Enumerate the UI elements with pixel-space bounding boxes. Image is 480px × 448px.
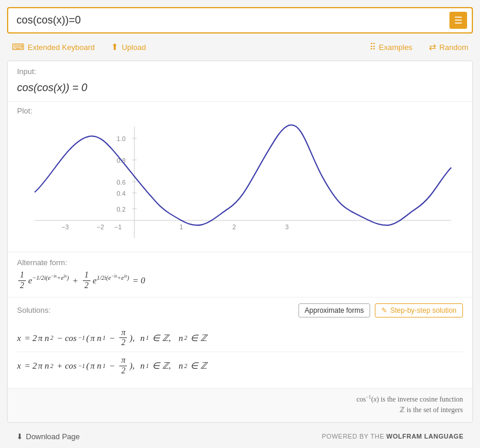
upload-button[interactable]: ⬆ Upload — [109, 41, 148, 54]
svg-text:−1: −1 — [115, 223, 122, 230]
hamburger-icon: ☰ — [454, 15, 462, 25]
solutions-section: Solutions: Approximate forms ✎ Step-by-s… — [8, 297, 472, 388]
random-button[interactable]: ⇄ Random — [427, 41, 471, 54]
examples-label: Examples — [379, 43, 412, 52]
svg-text:0.4: 0.4 — [117, 190, 126, 197]
svg-text:−3: −3 — [62, 223, 69, 230]
svg-text:0.2: 0.2 — [117, 206, 126, 213]
random-label: Random — [439, 43, 468, 52]
plot-area: 1.0 0.8 0.6 0.4 0.2 −3 −2 −1 1 2 3 — [17, 118, 463, 247]
search-input[interactable] — [13, 8, 449, 32]
solutions-buttons: Approximate forms ✎ Step-by-step solutio… — [298, 303, 463, 317]
search-bar-container: ☰ — [7, 7, 473, 34]
alternate-form-label: Alternate form: — [17, 258, 463, 267]
download-page-button[interactable]: ⬇ Download Page — [16, 432, 80, 441]
powered-by-text: POWERED BY THE — [322, 433, 384, 440]
examples-icon: ⠿ — [370, 42, 376, 52]
svg-text:1: 1 — [180, 223, 183, 230]
solution-row-1: x = 2π n2 − cos−1 ( π n1 − π 2 ), n1 ∈ ℤ… — [17, 325, 463, 353]
fraction-1: 1 2 — [18, 270, 26, 291]
input-section: Input: cos(cos(x)) = 0 — [8, 61, 472, 102]
svg-text:3: 3 — [285, 223, 288, 230]
fraction-2: 1 2 — [83, 270, 90, 291]
solution-row-2: x = 2π n2 + cos−1 ( π n1 − π 2 ), n1 ∈ ℤ… — [17, 352, 463, 380]
plot-section: Plot: 1.0 0.8 0.6 0.4 0.2 −3 — [8, 102, 472, 252]
alternate-form-section: Alternate form: 1 2 e−1/2i(e−ix+eix) + 1… — [8, 252, 472, 297]
input-expression: cos(cos(x)) = 0 — [8, 78, 472, 102]
download-icon: ⬇ — [16, 432, 23, 441]
toolbar: ⌨ Extended Keyboard ⬆ Upload ⠿ Examples … — [0, 38, 480, 58]
download-label: Download Page — [26, 432, 80, 441]
input-label: Input: — [8, 61, 472, 78]
random-icon: ⇄ — [429, 42, 437, 52]
keyboard-icon: ⌨ — [12, 42, 25, 52]
plot-svg: 1.0 0.8 0.6 0.4 0.2 −3 −2 −1 1 2 3 — [17, 118, 463, 247]
solutions-label: Solutions: — [17, 306, 51, 315]
svg-text:2: 2 — [232, 223, 236, 230]
svg-text:1.0: 1.0 — [117, 135, 126, 142]
wolfram-language-text: WOLFRAM LANGUAGE — [387, 433, 464, 440]
examples-button[interactable]: ⠿ Examples — [367, 41, 415, 54]
footer-note-1: cos−1(x) is the inverse cosine function — [17, 394, 463, 404]
upload-label: Upload — [122, 43, 146, 52]
approximate-forms-button[interactable]: Approximate forms — [298, 303, 371, 317]
main-content: Input: cos(cos(x)) = 0 Plot: 1.0 0.8 0.6… — [7, 61, 473, 423]
extended-keyboard-label: Extended Keyboard — [28, 43, 95, 52]
step-icon: ✎ — [381, 306, 387, 315]
bottom-bar: ⬇ Download Page POWERED BY THE WOLFRAM L… — [7, 427, 473, 446]
step-by-step-button[interactable]: ✎ Step-by-step solution — [375, 303, 463, 317]
toolbar-right: ⠿ Examples ⇄ Random — [367, 41, 471, 54]
extended-keyboard-button[interactable]: ⌨ Extended Keyboard — [9, 41, 97, 54]
powered-by: POWERED BY THE WOLFRAM LANGUAGE — [322, 433, 464, 440]
plot-label: Plot: — [17, 106, 463, 115]
toolbar-left: ⌨ Extended Keyboard ⬆ Upload — [9, 41, 367, 54]
alternate-form-expression: 1 2 e−1/2i(e−ix+eix) + 1 2 e1/2i(e−ix+ei… — [17, 270, 463, 291]
search-submit-button[interactable]: ☰ — [449, 12, 467, 29]
upload-icon: ⬆ — [111, 42, 119, 52]
solutions-header: Solutions: Approximate forms ✎ Step-by-s… — [17, 303, 463, 317]
svg-text:0.6: 0.6 — [117, 179, 126, 186]
footer-note-2: ℤ is the set of integers — [17, 406, 463, 414]
footer-notes: cos−1(x) is the inverse cosine function … — [8, 388, 472, 422]
svg-text:−2: −2 — [97, 223, 105, 230]
